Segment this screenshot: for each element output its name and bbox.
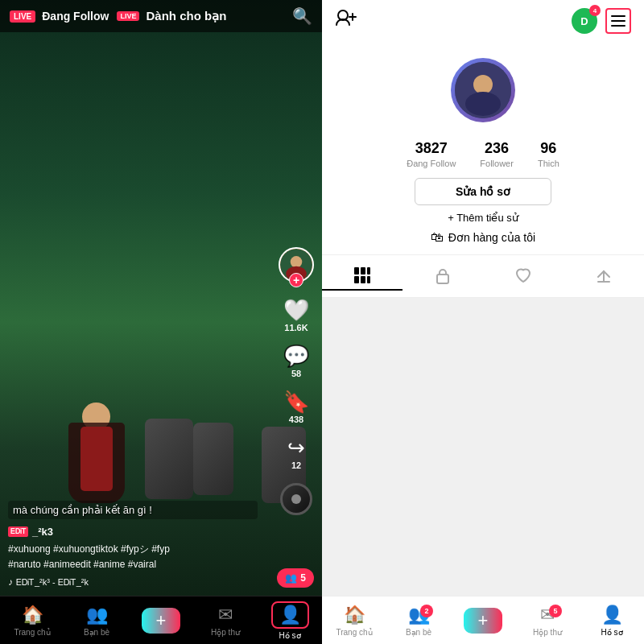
friends-label: Bạn bè	[84, 628, 109, 637]
followers-number: 236	[485, 140, 509, 157]
barrel-1	[145, 419, 193, 499]
for-you-tab[interactable]: Dành cho bạn	[146, 9, 226, 23]
comments-count: 58	[291, 369, 301, 378]
inbox-icon: ✉	[218, 605, 233, 625]
following-label: Đang Follow	[407, 159, 456, 168]
stat-followers[interactable]: 236 Follower	[480, 140, 514, 168]
music-text: ᎬᎠᎥᎢ_²k³ - ᎬᎠᎥᎢ_²k	[16, 577, 89, 588]
likes-number: 96	[540, 140, 556, 157]
plus-button-right[interactable]: +	[464, 608, 502, 634]
svg-rect-11	[367, 267, 370, 275]
profile-label: Hồ sơ	[279, 631, 301, 640]
following-tab[interactable]: Đang Follow	[42, 10, 109, 23]
svg-point-8	[465, 92, 501, 116]
profile-avatar-inner	[455, 62, 511, 118]
video-info: ᎬᎠᎥᎢ _²k3 #xuhuong #xuhuongtiktok #fypシ …	[8, 526, 258, 588]
creator-avatar-item[interactable]: +	[279, 247, 314, 287]
nav-profile-right[interactable]: 👤 Hồ sơ	[580, 605, 644, 637]
like-button[interactable]: 🤍 11.6K	[283, 299, 309, 332]
add-bio-text: + Thêm tiểu sử	[448, 212, 518, 224]
share-button[interactable]: ↪ 12	[287, 437, 305, 470]
nav-home-left[interactable]: 🏠 Trang chủ	[0, 605, 64, 637]
content-tabs	[322, 254, 644, 298]
stats-row: 3827 Đang Follow 236 Follower 96 Thich	[322, 130, 644, 178]
friends-badge: 2	[420, 605, 433, 617]
live-badge: LIVE	[10, 10, 35, 23]
orders-text: Đơn hàng của tôi	[448, 231, 535, 244]
bookmark-button[interactable]: 🔖 438	[283, 391, 309, 424]
nav-friends-left[interactable]: 👥 Bạn bè	[64, 605, 129, 637]
inbox-label: Hộp thư	[211, 628, 240, 637]
stat-likes[interactable]: 96 Thich	[538, 140, 559, 168]
avatar-notification-badge: 4	[589, 5, 601, 16]
edit-badge: ᎬᎠᎥᎢ	[8, 526, 28, 537]
menu-line-3	[611, 25, 625, 27]
nav-plus-left[interactable]: +	[129, 608, 193, 634]
home-label: Trang chủ	[14, 628, 50, 637]
likes-count: 11.6K	[284, 323, 308, 332]
nav-inbox-left[interactable]: ✉ Hộp thư	[193, 605, 258, 637]
orders-row[interactable]: 🛍 Đơn hàng của tôi	[322, 230, 644, 245]
barrel-2	[193, 423, 233, 495]
edit-profile-button[interactable]: Sửa hồ sơ	[415, 178, 551, 205]
video-area: LIVE Đang Follow LIVE Dành cho bạn 🔍 mà …	[0, 0, 322, 644]
right-panel: D 4 3827 Đang Follow	[322, 0, 644, 644]
add-bio-link[interactable]: + Thêm tiểu sử	[322, 212, 644, 224]
nav-friends-right[interactable]: 👥 Bạn bè 2	[386, 605, 451, 637]
nav-home-right[interactable]: 🏠 Trang chủ	[322, 605, 386, 637]
svg-rect-14	[367, 276, 370, 283]
right-top-actions: D 4	[572, 8, 631, 34]
add-user-icon[interactable]	[335, 9, 357, 33]
profile-icon: 👤	[279, 605, 301, 625]
nav-profile-left[interactable]: 👤 Hồ sơ	[258, 601, 322, 640]
menu-line-1	[611, 15, 625, 17]
nav-plus-right[interactable]: +	[451, 608, 515, 634]
profile-avatar-section	[322, 42, 644, 130]
stat-following[interactable]: 3827 Đang Follow	[407, 140, 456, 168]
search-icon[interactable]: 🔍	[292, 6, 312, 26]
live-indicator: LIVE	[117, 11, 139, 21]
home-label-right: Trang chủ	[336, 628, 372, 637]
share-icon: ↪	[287, 437, 305, 458]
username-text[interactable]: _²k3	[32, 526, 53, 538]
right-top-bar: D 4	[322, 0, 644, 42]
tab-liked[interactable]	[483, 262, 564, 291]
profile-avatar[interactable]	[451, 58, 515, 122]
comment-button[interactable]: 💬 58	[283, 345, 309, 378]
svg-rect-9	[354, 267, 359, 275]
profile-box: 👤	[271, 601, 309, 629]
inbox-badge: 5	[549, 605, 562, 617]
inbox-label-right: Hộp thư	[533, 628, 562, 637]
live-viewers-badge[interactable]: 👥 5	[277, 568, 314, 588]
nav-inbox-right[interactable]: ✉ Hộp thư 5	[515, 605, 580, 637]
tab-locked[interactable]	[402, 262, 483, 291]
creator-avatar[interactable]: +	[279, 247, 314, 283]
viewers-count: 5	[300, 572, 306, 584]
menu-line-2	[611, 20, 625, 22]
heart-icon: 🤍	[283, 299, 309, 320]
svg-rect-12	[354, 276, 359, 283]
svg-rect-10	[361, 267, 365, 275]
comment-icon: 💬	[283, 345, 309, 366]
svg-rect-13	[361, 276, 365, 283]
video-user: ᎬᎠᎥᎢ _²k3	[8, 526, 258, 538]
tab-videos[interactable]	[322, 262, 402, 291]
likes-label: Thich	[538, 159, 559, 168]
figure-body	[80, 427, 113, 491]
music-disc[interactable]	[280, 483, 312, 515]
plus-button-left[interactable]: +	[142, 608, 180, 634]
music-note-icon: ♪	[8, 576, 13, 588]
content-grid	[322, 298, 644, 596]
bottom-nav-right: 🏠 Trang chủ 👥 Bạn bè 2 + ✉ Hộp thư 5 👤 H…	[322, 596, 644, 644]
profile-icon-right: 👤	[601, 605, 623, 625]
tab-shared[interactable]	[564, 262, 644, 291]
left-panel: LIVE Đang Follow LIVE Dành cho bạn 🔍 mà …	[0, 0, 322, 644]
video-actions: + 🤍 11.6K 💬 58 🔖 438 ↪ 12	[279, 247, 314, 515]
anime-character	[64, 402, 129, 515]
following-number: 3827	[415, 140, 448, 157]
follow-plus-icon[interactable]: +	[289, 273, 303, 287]
bookmarks-count: 438	[289, 415, 303, 424]
menu-button[interactable]	[605, 8, 631, 34]
viewers-icon: 👥	[285, 572, 297, 584]
user-avatar-d[interactable]: D 4	[572, 8, 597, 34]
